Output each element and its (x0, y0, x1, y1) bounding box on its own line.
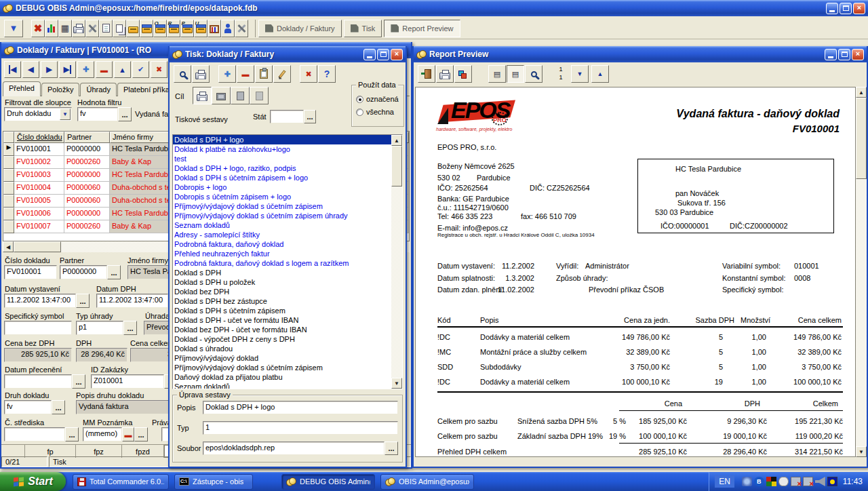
scroll-down-button[interactable]: ▼ (856, 446, 867, 457)
start-button[interactable]: Start (0, 472, 66, 491)
nav-next-button[interactable]: ▶ (41, 61, 58, 78)
mm-poznamka-browse-button[interactable]: ... (134, 427, 148, 441)
partner-browse-button[interactable]: ... (107, 265, 121, 279)
window-tab-tisk[interactable]: Tisk (344, 20, 382, 37)
report-maximize-button[interactable] (838, 49, 850, 60)
datum-vystaveni-browse-button[interactable]: ... (76, 294, 90, 308)
add-template-button[interactable]: ✚ (218, 65, 236, 83)
typ-uhrady-browse-button[interactable]: ... (123, 321, 137, 335)
typ-input[interactable]: 1 (203, 421, 398, 435)
confirm-button[interactable]: ✔ (132, 61, 149, 78)
filter-column-select[interactable]: Druh dokladu ▼ (4, 107, 72, 121)
add-record-button[interactable]: ✚ (77, 61, 94, 78)
tab-polozky[interactable]: Položky (41, 83, 80, 96)
volume-icon[interactable] (815, 477, 825, 486)
edit-record-button[interactable]: ▲ (114, 61, 131, 78)
list-item[interactable]: Seznam dokladů (173, 220, 391, 230)
report-vscrollbar[interactable]: ▲ ▼ (856, 87, 867, 457)
archive-in-button[interactable] (140, 20, 153, 37)
tools-button[interactable] (235, 20, 248, 37)
edit-template-button[interactable] (273, 65, 291, 83)
stredisko-input[interactable] (4, 427, 65, 441)
druh-dokladu-input[interactable]: fv (4, 400, 52, 414)
list-item[interactable]: Podrobná faktura, daňový doklad s logem … (173, 258, 391, 268)
window-tab-doklady[interactable]: Doklady / Faktury (258, 20, 342, 37)
list-item[interactable]: Doklad s DPH - učet ve formátu IBAN (173, 315, 391, 325)
bluetooth-icon[interactable]: B (754, 477, 764, 486)
tisk-print-button[interactable] (192, 65, 210, 83)
stat-input[interactable] (270, 110, 304, 123)
tisk-minimize-button[interactable] (363, 49, 376, 60)
clock[interactable]: 11:43 (843, 477, 863, 486)
list-item[interactable]: Doklad s DPH s účetním zápisem (173, 306, 391, 315)
tab-prehled[interactable]: Přehled (3, 81, 41, 96)
scroll-down-button[interactable]: ▼ (391, 378, 402, 389)
list-item[interactable]: Doklad bez DPH - účet ve formátu IBAN (173, 325, 391, 334)
dropdown-arrow-button[interactable]: ▼ (60, 109, 71, 120)
soubor-browse-button[interactable]: ... (384, 441, 398, 455)
mm-poznamka-minus-button[interactable]: ▬ (122, 427, 134, 441)
list-item[interactable]: Podrobná faktura, daňový doklad (173, 239, 391, 249)
nav-last-button[interactable]: ▶ (59, 61, 76, 78)
nav-prev-button[interactable]: ◀ (22, 61, 39, 78)
list-item[interactable]: Doklad bez DPH (173, 287, 391, 296)
druh-dokladu-browse-button[interactable]: ... (52, 400, 65, 414)
list-item[interactable]: Přehled neuhrazených faktur (173, 249, 391, 258)
list-item[interactable]: Doklad s DPH + logo, razitko, podpis (173, 163, 391, 173)
scroll-thumb[interactable] (391, 146, 402, 186)
target-printer-button[interactable] (193, 87, 212, 104)
prev-page-button[interactable]: ▲ (591, 65, 609, 83)
close-button[interactable]: × (853, 3, 865, 14)
filter-value-input[interactable]: fv (77, 107, 118, 121)
list-item[interactable]: Doklad s DPH (173, 268, 391, 277)
network-activity-icon[interactable] (742, 477, 752, 486)
scroll-up-button[interactable]: ▲ (391, 135, 402, 146)
display-settings-icon[interactable] (766, 477, 776, 486)
nav-first-button[interactable]: ◀ (4, 61, 21, 78)
taskbar-item-debug-obis[interactable]: DEBUG OBIS Admin@... (281, 474, 375, 490)
datum-preceneni-input[interactable] (4, 374, 72, 389)
scroll-thumb[interactable] (14, 241, 61, 252)
mouse-settings-icon[interactable] (778, 477, 789, 486)
popis-input[interactable]: Doklad s DPH + logo (203, 401, 398, 414)
person-button[interactable] (221, 20, 235, 37)
list-item[interactable]: Doklad k platbě na zálohovku+logo (173, 144, 391, 154)
soubor-input[interactable]: epos\dokladsdph.rep (203, 441, 384, 455)
report-close-button[interactable]: × (852, 49, 864, 60)
abacus-button[interactable] (208, 20, 221, 37)
cislo-dokladu-input[interactable]: FV010001 (4, 265, 57, 279)
preview-button[interactable] (174, 65, 191, 83)
grid-header-cislo[interactable]: Číslo dokladu (14, 132, 64, 143)
archive-o-button[interactable]: O (153, 20, 167, 37)
delete-record-button[interactable]: ▬ (96, 61, 113, 78)
paste-template-button[interactable] (255, 65, 273, 83)
page-width-button[interactable]: ▤ (507, 65, 524, 83)
taskbar-item-zastupce[interactable]: C:\ Zástupce - obis (174, 474, 253, 490)
print-button[interactable] (72, 20, 85, 37)
archive-button[interactable] (126, 20, 140, 37)
scroll-up-button[interactable]: ▲ (856, 87, 867, 98)
scroll-left-button[interactable]: ◀ (3, 241, 14, 252)
list-item[interactable]: Doklad s DPH u položek (173, 277, 391, 287)
tisk-maximize-button[interactable] (377, 49, 389, 60)
window-tab-report-preview[interactable]: Report Preview (384, 20, 460, 37)
maximize-button[interactable] (840, 3, 852, 14)
chart-button[interactable] (45, 20, 58, 37)
target-export-button[interactable] (250, 87, 269, 104)
list-item[interactable]: Doklad s DPH + logo (173, 135, 391, 144)
tisk-close-button[interactable]: × (391, 49, 403, 60)
exit-preview-button[interactable] (418, 65, 435, 83)
delete-button[interactable]: ✖ (31, 20, 45, 37)
radio-oznacena[interactable]: označená (356, 95, 403, 103)
settings-button[interactable] (85, 20, 99, 37)
list-item[interactable]: Dobropis s účetním zápisem + logo (173, 192, 391, 201)
datum-preceneni-browse-button[interactable]: ... (72, 374, 85, 389)
list-item[interactable]: Příjmový/výdajový doklad s účetním zápis… (173, 363, 391, 372)
archive-p-button[interactable]: P (180, 20, 194, 37)
report-hscrollbar-track[interactable] (415, 458, 867, 467)
list-item[interactable]: Příjmový/výdajový doklad s účetním zápis… (173, 201, 391, 211)
copy-button[interactable] (113, 20, 126, 37)
exit-button[interactable]: ▼ (4, 20, 23, 37)
mm-poznamka-input[interactable]: (mmemo) (83, 427, 122, 441)
remove-template-button[interactable]: ▬ (237, 65, 254, 83)
